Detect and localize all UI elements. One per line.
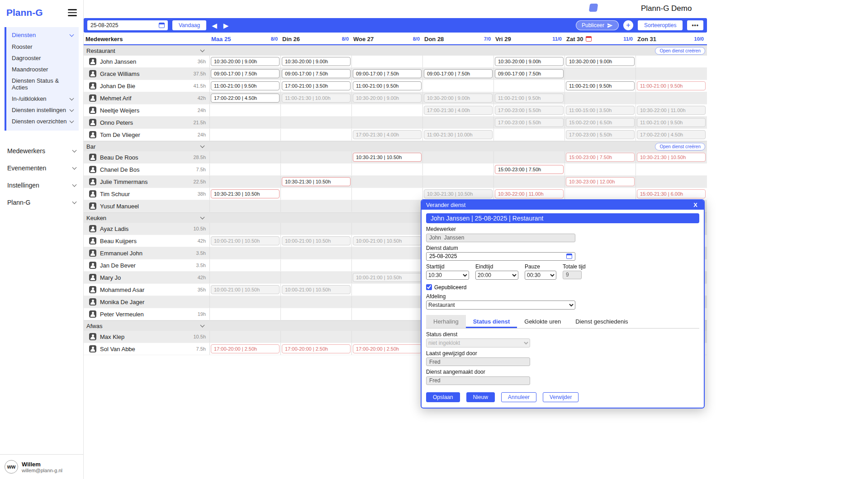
day-cell[interactable]: 11:00-21:30 | 10.00h	[422, 129, 493, 141]
day-cell[interactable]	[209, 117, 280, 128]
sidebar-item-in-uitklokken[interactable]: In-/uitklokken	[11, 93, 74, 104]
day-cell[interactable]	[564, 92, 636, 104]
day-cell[interactable]	[351, 176, 422, 188]
shift-chip[interactable]: 17:00-22:00 | 4.50h	[211, 94, 280, 103]
day-cell[interactable]	[636, 176, 707, 188]
day-cell[interactable]	[422, 56, 493, 67]
day-cell[interactable]	[493, 151, 564, 163]
day-cell[interactable]	[351, 117, 422, 128]
shift-chip[interactable]: 17:00-21:30 | 4.00h	[353, 130, 422, 139]
day-cell[interactable]: 11:00-21:00 | 9.50h	[351, 80, 422, 92]
day-cell[interactable]	[351, 104, 422, 116]
day-cell[interactable]: 17:00-21:00 | 3.50h	[280, 80, 351, 92]
next-week-button[interactable]: ▶	[223, 22, 230, 29]
day-cell[interactable]	[280, 117, 351, 128]
day-cell[interactable]	[564, 188, 636, 200]
day-cell[interactable]: 10:30-21:30 | 10.50h	[422, 188, 493, 200]
shift-chip[interactable]: 10:30-21:30 | 10.50h	[424, 189, 493, 198]
shift-chip[interactable]: 15:00-22:00 | 6.50h	[566, 118, 635, 127]
day-cell[interactable]	[351, 259, 422, 271]
day-cell[interactable]	[351, 247, 422, 259]
day-cell[interactable]	[351, 308, 422, 320]
day-cell[interactable]	[422, 151, 493, 163]
day-cell[interactable]	[280, 151, 351, 163]
day-cell[interactable]: 11:00-21:00 | 9.50h	[636, 80, 707, 92]
day-cell[interactable]: 10:30-22:00 | 11.00h	[636, 104, 707, 116]
shift-chip[interactable]: 10:00-21:00 | 10.50h	[282, 236, 351, 245]
day-header-maa-25[interactable]: Maa 258/0	[209, 36, 280, 42]
shift-chip[interactable]: 17:00-23:00 | 5.50h	[566, 130, 635, 139]
day-header-vri-29[interactable]: Vri 2911/0	[493, 36, 564, 42]
day-cell[interactable]	[422, 80, 493, 92]
shift-chip[interactable]: 10:30-21:30 | 10.50h	[211, 189, 280, 198]
day-cell[interactable]: 17:00-21:30 | 4.00h	[351, 129, 422, 141]
shift-chip[interactable]: 09:00-17:00 | 7.50h	[211, 69, 280, 78]
day-cell[interactable]	[636, 92, 707, 104]
dienst-datum-field[interactable]: 25-08-2025	[426, 252, 575, 261]
shift-chip[interactable]: 09:00-17:00 | 7.50h	[282, 69, 351, 78]
day-cell[interactable]: 10:00-21:00 | 10.50h	[280, 235, 351, 247]
day-cell[interactable]	[209, 164, 280, 175]
day-cell[interactable]	[351, 331, 422, 343]
day-cell[interactable]: 09:00-17:00 | 7.50h	[422, 68, 493, 80]
day-cell[interactable]	[209, 176, 280, 188]
sidebar-item-medewerkers[interactable]: Medewerkers	[0, 142, 83, 160]
day-cell[interactable]: 10:30-21:30 | 10.50h	[209, 188, 280, 200]
shift-chip[interactable]: 17:00-20:00 | 2.50h	[282, 344, 351, 353]
day-cell[interactable]	[351, 164, 422, 175]
day-cell[interactable]: 15:00-22:00 | 6.50h	[564, 117, 636, 128]
day-cell[interactable]	[280, 331, 351, 343]
shift-chip[interactable]: 10:30-20:00 | 9.00h	[282, 57, 351, 66]
shift-chip[interactable]: 09:00-17:00 | 7.50h	[353, 69, 422, 78]
day-cell[interactable]	[351, 56, 422, 67]
day-cell[interactable]: 17:00-20:00 | 2.50h	[209, 343, 280, 355]
sidebar-item-plann-g[interactable]: Plann-G	[0, 194, 83, 211]
today-button[interactable]: Vandaag	[172, 20, 206, 30]
day-cell[interactable]: 17:00-23:00 | 5.50h	[493, 117, 564, 128]
day-header-zon-31[interactable]: Zon 3110/0	[636, 36, 707, 42]
tab-geklokte-uren[interactable]: Geklokte uren	[517, 315, 568, 328]
day-cell[interactable]: 11:00-15:00 | 3.50h	[564, 104, 636, 116]
day-cell[interactable]	[209, 259, 280, 271]
day-cell[interactable]: 15:00-21:30 | 6.00h	[636, 188, 707, 200]
section-title-wrap[interactable]: Keuken	[84, 215, 209, 221]
add-shift-button[interactable]: +	[623, 20, 633, 30]
shift-chip[interactable]: 10:30-20:00 | 9.00h	[424, 94, 493, 103]
day-header-don-28[interactable]: Don 287/0	[422, 36, 493, 42]
shift-chip[interactable]: 10:00-21:00 | 10.50h	[211, 236, 280, 245]
day-cell[interactable]	[564, 68, 636, 80]
shift-chip[interactable]: 11:00-15:00 | 3.50h	[566, 106, 635, 115]
section-title-wrap[interactable]: Restaurant	[84, 47, 209, 54]
day-cell[interactable]: 17:00-22:00 | 4.50h	[209, 92, 280, 104]
shift-chip[interactable]: 11:00-21:30 | 10.00h	[282, 94, 351, 103]
day-cell[interactable]	[280, 164, 351, 175]
day-cell[interactable]: 15:00-23:00 | 7.50h	[564, 151, 636, 163]
day-cell[interactable]	[280, 272, 351, 283]
day-cell[interactable]: 10:30-20:00 | 9.00h	[209, 56, 280, 67]
day-cell[interactable]: 09:00-17:00 | 7.50h	[280, 68, 351, 80]
shift-chip[interactable]: 11:00-21:00 | 9.50h	[211, 81, 280, 90]
shift-chip[interactable]: 17:00-20:00 | 2.50h	[211, 344, 280, 353]
shift-chip[interactable]: 15:00-23:00 | 7.50h	[566, 153, 635, 162]
close-icon[interactable]: X	[692, 202, 699, 208]
day-header-din-26[interactable]: Din 268/0	[280, 36, 351, 42]
shift-chip[interactable]: 10:30-21:30 | 10.50h	[282, 177, 351, 186]
shift-chip[interactable]: 10:30-20:00 | 9.00h	[566, 57, 635, 66]
day-cell[interactable]: 10:30-20:00 | 9.00h	[564, 56, 636, 67]
day-cell[interactable]: 17:00-21:30 | 4.00h	[422, 104, 493, 116]
shift-chip[interactable]: 17:00-23:00 | 5.50h	[495, 118, 564, 127]
day-cell[interactable]	[636, 68, 707, 80]
day-cell[interactable]: 15:00-23:00 | 7.50h	[493, 164, 564, 175]
day-cell[interactable]: 10:30-21:30 | 10.50h	[351, 151, 422, 163]
tab-dienst-geschiedenis[interactable]: Dienst geschiedenis	[568, 315, 635, 328]
gepubliceerd-checkbox[interactable]	[426, 284, 432, 290]
more-options-button[interactable]: •••	[687, 20, 703, 30]
shift-chip[interactable]: 11:00-21:00 | 9.50h	[353, 81, 422, 90]
day-cell[interactable]	[209, 129, 280, 141]
day-cell[interactable]: 11:00-21:00 | 9.50h	[564, 80, 636, 92]
day-cell[interactable]	[280, 259, 351, 271]
day-cell[interactable]	[636, 56, 707, 67]
modal-button-annuleer[interactable]: Annuleer	[501, 392, 536, 402]
day-cell[interactable]	[209, 247, 280, 259]
shift-chip[interactable]: 10:00-21:00 | 10.50h	[211, 285, 280, 294]
